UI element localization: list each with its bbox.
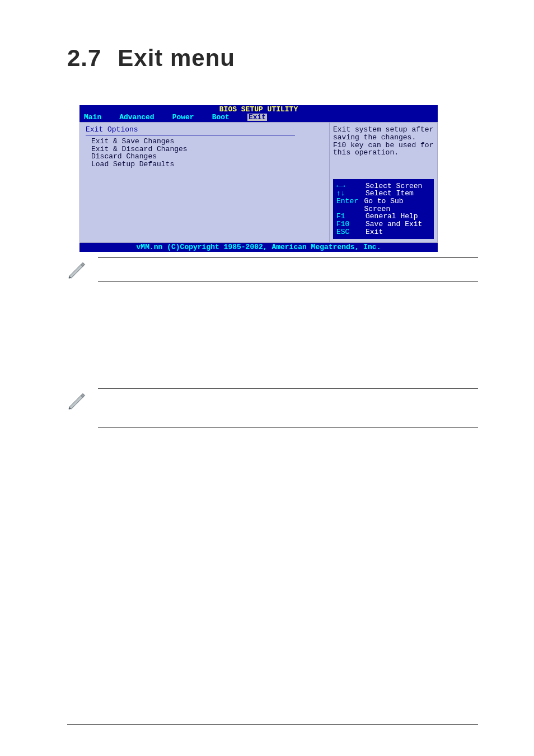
bios-menu-boot: Boot: [212, 114, 229, 121]
load-setup-defaults: Load Setup Defaults: [91, 161, 324, 168]
bios-utility-title: BIOS SETUP UTILITY: [79, 105, 438, 114]
bios-menu-exit: Exit: [247, 114, 267, 121]
nav-action: Select Item: [366, 190, 414, 198]
exit-save-changes: Exit & Save Changes: [91, 138, 324, 145]
nav-action: Go to Sub Screen: [364, 198, 430, 213]
bios-menu-power: Power: [172, 114, 194, 121]
bios-copyright-footer: vMM.nn (C)Copyright 1985-2002, American …: [79, 243, 438, 252]
nav-action: Select Screen: [366, 182, 422, 190]
nav-action: Exit: [366, 228, 383, 236]
section-number: 2.7: [67, 45, 101, 71]
bios-nav-legend: ←→Select Screen ↑↓Select Item EnterGo to…: [333, 179, 434, 239]
bios-menu-advanced: Advanced: [119, 114, 154, 121]
nav-key: ←→: [336, 182, 366, 190]
help-line: this operation.: [333, 149, 434, 157]
nav-key: F1: [336, 213, 366, 220]
nav-key: ESC: [336, 228, 366, 236]
bios-left-panel: Exit Options Exit & Save Changes Exit & …: [80, 123, 329, 242]
note-box-2: [98, 388, 478, 428]
exit-options-header: Exit Options: [86, 126, 295, 135]
bios-right-panel: Exit system setup after saving the chang…: [329, 123, 437, 242]
bios-help-text: Exit system setup after saving the chang…: [333, 126, 434, 157]
bios-menu-main: Main: [84, 114, 101, 121]
nav-key: Enter: [336, 198, 364, 213]
nav-action: Save and Exit: [366, 220, 422, 228]
help-line: F10 key can be used for: [333, 142, 434, 149]
nav-key: ↑↓: [336, 190, 366, 198]
section-title: Exit menu: [118, 45, 235, 71]
bios-screenshot: BIOS SETUP UTILITY Main Advanced Power B…: [79, 105, 438, 252]
nav-action: General Help: [366, 213, 418, 220]
help-line: saving the changes.: [333, 134, 434, 142]
discard-changes: Discard Changes: [91, 153, 324, 161]
exit-discard-changes: Exit & Discard Changes: [91, 145, 324, 153]
page-footer-rule: [67, 724, 478, 725]
pen-note-icon: [67, 391, 87, 410]
pen-note-icon: [67, 260, 87, 279]
help-line: Exit system setup after: [333, 126, 434, 134]
bios-menu-bar: Main Advanced Power Boot Exit: [79, 114, 438, 123]
note-box-1: [98, 257, 478, 282]
nav-key: F10: [336, 220, 366, 228]
section-heading: 2.7 Exit menu: [67, 45, 478, 72]
